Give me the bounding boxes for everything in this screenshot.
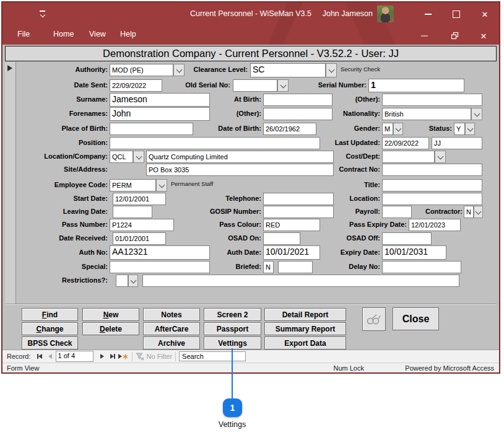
- restrictions-dropdown-icon[interactable]: [128, 275, 138, 287]
- nationality-dropdown-icon[interactable]: [471, 108, 482, 120]
- menu-view[interactable]: View: [89, 30, 106, 38]
- find-button[interactable]: Find: [22, 308, 78, 321]
- menu-home[interactable]: Home: [53, 30, 74, 38]
- close-window-icon[interactable]: ✕: [474, 30, 493, 42]
- aftercare-button[interactable]: AfterCare: [143, 322, 200, 335]
- contract-no-label: Contract No:: [313, 165, 380, 173]
- date-of-birth-input[interactable]: 26/02/1962: [263, 123, 316, 135]
- place-of-birth-label: Place of Birth:: [21, 125, 108, 132]
- cost-dept-dropdown-icon[interactable]: [435, 151, 446, 163]
- screenshot-stage: Current Personnel - WiSeMan V3.5 John Ja…: [0, 0, 504, 440]
- clearance-level-dropdown-icon[interactable]: [326, 63, 337, 77]
- archive-button[interactable]: Archive: [143, 337, 200, 350]
- clearance-level-input[interactable]: SC: [250, 63, 326, 77]
- close-icon[interactable]: ✕: [471, 2, 499, 26]
- location-input[interactable]: [382, 193, 482, 205]
- authority-label: Authority:: [21, 66, 108, 73]
- start-date-input[interactable]: 12/01/2001: [113, 193, 166, 205]
- auth-date-input[interactable]: 10/01/2021: [263, 245, 320, 260]
- authority-dropdown-icon[interactable]: [173, 64, 185, 76]
- record-selector-strip[interactable]: [5, 62, 16, 304]
- record-position[interactable]: 1 of 4: [56, 351, 93, 362]
- expiry-date-input[interactable]: 10/01/2031: [382, 245, 446, 260]
- location-company-code-input[interactable]: QCL: [110, 151, 133, 163]
- location-company-label: Location/Company:: [15, 152, 108, 160]
- search-input[interactable]: Search: [179, 351, 246, 361]
- place-of-birth-input[interactable]: [110, 123, 193, 135]
- title-field-input[interactable]: [382, 179, 482, 191]
- briefed-extra-input[interactable]: [278, 261, 313, 273]
- pass-expiry-date-input[interactable]: 12/01/2023: [409, 219, 461, 231]
- pass-colour-input[interactable]: RED: [263, 219, 320, 231]
- restore-window-icon[interactable]: [446, 30, 464, 42]
- status-dropdown-icon[interactable]: [465, 123, 475, 135]
- bpss-check-button[interactable]: BPSS Check: [22, 337, 78, 350]
- forenames-other-label: (Other):: [194, 110, 261, 117]
- new-record-icon[interactable]: [118, 351, 129, 361]
- position-input[interactable]: [110, 137, 320, 149]
- authority-input[interactable]: MOD (PE): [110, 64, 173, 76]
- contract-no-input[interactable]: [382, 164, 482, 176]
- payroll-input[interactable]: [382, 206, 412, 218]
- serial-number-input[interactable]: 1: [368, 79, 464, 92]
- last-updated-initials-input[interactable]: JJ: [432, 137, 482, 149]
- delay-no-input[interactable]: [382, 261, 461, 273]
- restrictions-text-input[interactable]: [142, 275, 459, 287]
- contractor-dropdown-icon[interactable]: [474, 206, 483, 218]
- summary-report-button[interactable]: Summary Report: [264, 322, 346, 335]
- osad-on-input[interactable]: [263, 232, 300, 245]
- pass-number-input[interactable]: P1224: [110, 219, 174, 231]
- no-filter-indicator: No Filter: [136, 353, 173, 361]
- location-company-name-input[interactable]: Quartz Computing Limited: [146, 151, 334, 163]
- gender-dropdown-icon[interactable]: [393, 123, 403, 135]
- change-button[interactable]: Change: [22, 322, 78, 335]
- pass-expiry-date-label: Pass Expiry Date:: [340, 221, 407, 228]
- osad-off-input[interactable]: [382, 232, 432, 245]
- restrictions-input[interactable]: [116, 275, 128, 287]
- employee-code-dropdown-icon[interactable]: [156, 179, 167, 191]
- telephone-label: Telephone:: [194, 195, 261, 202]
- last-updated-date-input[interactable]: 22/09/2022: [382, 137, 429, 149]
- export-data-button[interactable]: Export Data: [264, 337, 346, 350]
- date-received-input[interactable]: 01/01/2001: [113, 232, 166, 245]
- view-record-button[interactable]: [362, 307, 386, 331]
- surname-other-label: (Other):: [313, 95, 380, 103]
- menu-help[interactable]: Help: [120, 30, 136, 38]
- record-label: Record:: [7, 353, 31, 360]
- close-button[interactable]: Close: [393, 307, 439, 330]
- status-input[interactable]: Y: [454, 123, 465, 135]
- notes-button[interactable]: Notes: [143, 308, 200, 321]
- previous-record-icon[interactable]: [45, 351, 56, 361]
- employee-code-input[interactable]: PERM: [110, 179, 156, 191]
- screen2-button[interactable]: Screen 2: [204, 308, 261, 321]
- first-record-icon[interactable]: [35, 351, 45, 361]
- site-address-input[interactable]: PO Box 3035: [146, 164, 334, 176]
- old-serial-no-input[interactable]: [233, 79, 277, 92]
- last-record-icon[interactable]: [108, 351, 118, 361]
- employee-code-label: Employee Code:: [21, 181, 108, 188]
- gender-input[interactable]: M: [382, 123, 393, 135]
- cost-dept-input[interactable]: [382, 151, 435, 163]
- passport-button[interactable]: Passport: [204, 322, 261, 335]
- next-record-icon[interactable]: [97, 351, 108, 361]
- location-company-dropdown-icon[interactable]: [133, 151, 144, 163]
- nationality-input[interactable]: British: [382, 108, 471, 120]
- maximize-icon[interactable]: [442, 2, 471, 26]
- new-button[interactable]: New: [82, 308, 139, 321]
- callout-label: Vettings: [201, 420, 263, 429]
- minimize-icon[interactable]: [414, 2, 442, 26]
- surname-other-input[interactable]: [382, 94, 482, 106]
- old-serial-no-dropdown-icon[interactable]: [277, 79, 289, 92]
- gosip-number-label: GOSIP Number:: [194, 208, 261, 215]
- vettings-button[interactable]: Vettings: [204, 337, 261, 350]
- glasses-icon: [366, 313, 382, 325]
- detail-report-button[interactable]: Detail Report: [264, 308, 346, 321]
- filter-icon: [136, 353, 144, 361]
- contractor-input[interactable]: N: [464, 206, 474, 218]
- leaving-date-input[interactable]: [113, 206, 152, 218]
- date-sent-input[interactable]: 22/09/2022: [110, 79, 162, 92]
- delete-button[interactable]: Delete: [82, 322, 139, 335]
- menu-file[interactable]: File: [17, 30, 30, 38]
- briefed-input[interactable]: N: [263, 261, 274, 273]
- user-avatar[interactable]: [377, 6, 394, 22]
